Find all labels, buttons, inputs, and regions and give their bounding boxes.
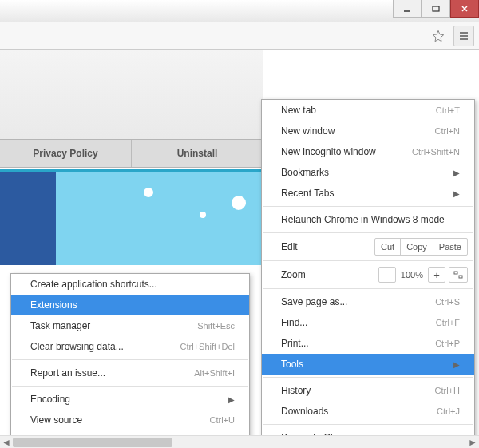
menu-separator xyxy=(263,260,473,261)
menu-item-new-incognito[interactable]: New incognito windowCtrl+Shift+N xyxy=(262,141,474,162)
paste-button[interactable]: Paste xyxy=(433,239,467,255)
menu-separator xyxy=(263,232,473,233)
zoom-value: 100% xyxy=(399,270,425,280)
horizontal-scrollbar[interactable]: ◄ ► xyxy=(0,435,479,448)
menu-item-save-page[interactable]: Save page as...Ctrl+S xyxy=(262,291,474,312)
menu-separator xyxy=(12,386,248,387)
menu-item-new-window[interactable]: New windowCtrl+N xyxy=(262,121,474,141)
menu-item-recent-tabs[interactable]: Recent Tabs▶ xyxy=(262,183,474,204)
svg-rect-8 xyxy=(459,276,462,278)
scroll-right-icon[interactable]: ► xyxy=(466,436,479,449)
zoom-in-button[interactable]: + xyxy=(428,267,445,283)
menu-item-history[interactable]: HistoryCtrl+H xyxy=(262,380,474,401)
scroll-left-icon[interactable]: ◄ xyxy=(0,436,13,449)
menu-item-create-shortcuts[interactable]: Create application shortcuts... xyxy=(11,274,249,295)
tools-submenu: Create application shortcuts... Extensio… xyxy=(10,273,250,448)
bookmark-star-icon[interactable] xyxy=(428,26,449,46)
zoom-out-button[interactable]: – xyxy=(378,267,396,283)
menu-separator xyxy=(263,377,473,378)
maximize-button[interactable] xyxy=(422,0,450,18)
edit-buttons: Cut Copy Paste xyxy=(374,238,468,256)
menu-item-task-manager[interactable]: Task managerShift+Esc xyxy=(11,315,249,336)
tab-privacy-policy[interactable]: Privacy Policy xyxy=(0,140,132,167)
svg-rect-7 xyxy=(454,272,457,274)
scrollbar-thumb[interactable] xyxy=(13,438,172,447)
menu-item-new-tab[interactable]: New tabCtrl+T xyxy=(262,100,474,121)
menu-separator xyxy=(12,359,248,360)
menu-item-encoding[interactable]: Encoding▶ xyxy=(11,389,249,410)
scrollbar-track[interactable] xyxy=(13,436,466,448)
menu-item-clear-browsing-data[interactable]: Clear browsing data...Ctrl+Shift+Del xyxy=(11,336,249,357)
page-tabs: Privacy Policy Uninstall xyxy=(0,139,263,168)
menu-item-tools[interactable]: Tools▶ xyxy=(262,354,474,375)
menu-item-downloads[interactable]: DownloadsCtrl+J xyxy=(262,401,474,422)
chrome-main-menu: New tabCtrl+T New windowCtrl+N New incog… xyxy=(261,99,475,448)
svg-rect-1 xyxy=(433,6,439,11)
menu-separator xyxy=(263,424,473,425)
menu-item-relaunch-win8[interactable]: Relaunch Chrome in Windows 8 mode xyxy=(262,209,474,230)
menu-item-report-issue[interactable]: Report an issue...Alt+Shift+I xyxy=(11,363,249,383)
menu-item-bookmarks[interactable]: Bookmarks▶ xyxy=(262,162,474,183)
chevron-right-icon: ▶ xyxy=(453,168,460,177)
chevron-right-icon: ▶ xyxy=(453,189,460,198)
menu-item-find[interactable]: Find...Ctrl+F xyxy=(262,312,474,333)
browser-toolbar xyxy=(0,22,479,50)
chevron-right-icon: ▶ xyxy=(228,395,235,404)
menu-item-edit: Edit Cut Copy Paste xyxy=(262,236,474,258)
fullscreen-button[interactable] xyxy=(449,267,468,283)
chevron-right-icon: ▶ xyxy=(453,360,460,369)
menu-hamburger-icon[interactable] xyxy=(453,26,474,46)
menu-item-extensions[interactable]: Extensions xyxy=(11,295,249,315)
tab-uninstall[interactable]: Uninstall xyxy=(132,140,263,167)
page-content: pc Privacy Policy Uninstall New tabCtrl+… xyxy=(0,50,479,448)
hero-banner xyxy=(0,169,263,265)
menu-separator xyxy=(263,206,473,207)
close-button[interactable] xyxy=(450,0,479,18)
window-titlebar xyxy=(0,0,479,22)
copy-button[interactable]: Copy xyxy=(401,239,433,255)
minimize-button[interactable] xyxy=(393,0,422,18)
cut-button[interactable]: Cut xyxy=(375,239,401,255)
menu-item-view-source[interactable]: View sourceCtrl+U xyxy=(11,410,249,430)
menu-item-print[interactable]: Print...Ctrl+P xyxy=(262,333,474,354)
menu-item-zoom: Zoom – 100% + xyxy=(262,264,474,286)
menu-separator xyxy=(263,288,473,289)
